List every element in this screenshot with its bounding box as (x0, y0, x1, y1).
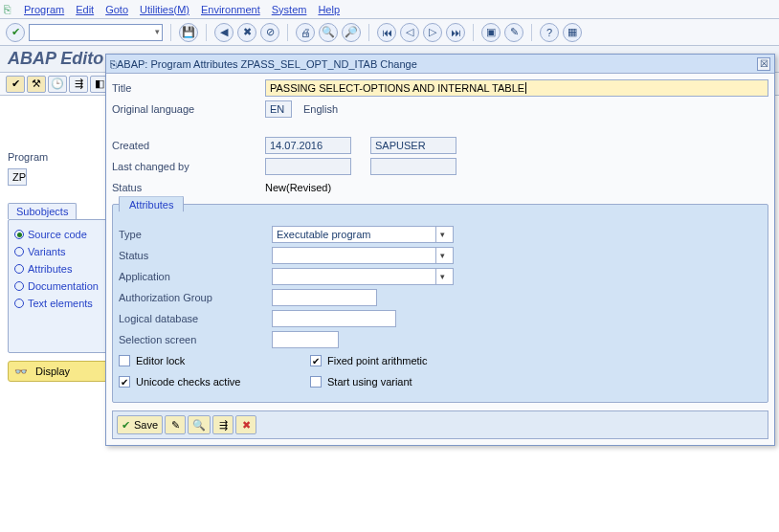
back-icon[interactable]: ◀ (214, 23, 234, 42)
lastchg-label: Last changed by (112, 161, 265, 172)
auth-input[interactable] (272, 289, 377, 306)
save-button[interactable]: ✔ Save (117, 415, 163, 434)
print-icon[interactable]: 🖨 (296, 23, 315, 42)
checkbox-checked-icon: ✔ (119, 376, 130, 388)
lastchg-date (265, 158, 351, 175)
radio-label: Attributes (28, 263, 72, 275)
program-input[interactable]: ZP (8, 168, 27, 186)
radio-dot (14, 299, 24, 308)
orig-lang-label: Original language (112, 103, 265, 115)
application-label: Application (119, 271, 272, 282)
display-button-label: Display (35, 366, 70, 377)
next-page-icon[interactable]: ▷ (423, 23, 442, 42)
enter-button[interactable]: ✔ (6, 23, 25, 42)
application-select[interactable]: ▾ (272, 268, 454, 285)
radio-source-code[interactable]: Source code (14, 226, 102, 243)
dialog-button-bar: ✔ Save ✎ 🔍 ⇶ ✖ (112, 410, 768, 439)
fixedpoint-checkbox[interactable]: ✔ Fixed point arithmetic (310, 355, 428, 366)
menu-edit[interactable]: Edit (76, 4, 94, 15)
attributes-group-tab: Attributes (119, 196, 184, 212)
ldb-input[interactable] (272, 310, 396, 327)
status2-label: Status (119, 250, 272, 261)
radio-label: Source code (28, 229, 87, 240)
prev-page-icon[interactable]: ◁ (400, 23, 419, 42)
nav-icon[interactable]: ⇶ (69, 76, 88, 93)
layout-icon[interactable]: ▦ (563, 23, 582, 42)
radio-dot (14, 247, 24, 256)
editorlock-checkbox[interactable]: Editor lock (119, 355, 310, 366)
fixedpoint-label: Fixed point arithmetic (327, 355, 428, 366)
exit-icon[interactable]: ✖ (237, 23, 256, 42)
cancel-button[interactable]: ✖ (235, 415, 256, 434)
last-page-icon[interactable]: ⏭ (446, 23, 465, 42)
tool-icon[interactable]: ⚒ (27, 76, 46, 93)
variant-button[interactable]: ⇶ (212, 415, 234, 434)
pencil-icon: ✎ (171, 419, 180, 432)
dialog-title: ABAP: Program Attributes ZPASS_SEL_OPT_N… (117, 58, 417, 70)
menu-goto[interactable]: Goto (105, 4, 128, 15)
checkbox-empty-icon (119, 355, 130, 366)
type-label: Type (119, 229, 272, 240)
menu-program[interactable]: Program (24, 4, 64, 15)
edit-button[interactable]: ✎ (165, 415, 186, 434)
unicode-label: Unicode checks active (136, 376, 240, 388)
attributes-group: Attributes Type Executable program ▾ Sta… (112, 204, 768, 403)
chevron-down-icon: ▾ (435, 248, 449, 263)
orig-lang-code: EN (265, 100, 292, 118)
display-button[interactable]: 👓 Display (8, 361, 109, 382)
separator (206, 24, 207, 41)
lastchg-by (370, 158, 456, 175)
title-input[interactable]: PASSING SELECT-OPTIONS AND INTERNAL TABL… (265, 79, 768, 97)
unicode-checkbox[interactable]: ✔ Unicode checks active (119, 376, 310, 388)
cancel-icon[interactable]: ⊘ (260, 23, 279, 42)
separator (473, 24, 474, 41)
startvar-checkbox[interactable]: Start using variant (310, 376, 412, 388)
orig-lang-name: English (292, 103, 338, 115)
find-button[interactable]: 🔍 (188, 415, 211, 434)
radio-attributes[interactable]: Attributes (14, 260, 102, 277)
find-icon[interactable]: 🔍 (319, 23, 338, 42)
clock-icon[interactable]: 🕒 (48, 76, 67, 93)
radio-variants[interactable]: Variants (14, 243, 102, 260)
menu-help[interactable]: Help (318, 4, 340, 15)
program-attributes-dialog: ⎘ ABAP: Program Attributes ZPASS_SEL_OPT… (105, 54, 775, 446)
radio-dot (14, 264, 24, 274)
command-field[interactable]: ▾ (29, 24, 163, 41)
selscr-input[interactable] (272, 331, 339, 348)
created-by: SAPUSER (370, 137, 456, 154)
new-session-icon[interactable]: ▣ (481, 23, 501, 42)
status-select[interactable]: ▾ (272, 247, 454, 264)
separator (531, 24, 532, 41)
menu-bar: ⎘ Program Edit Goto Utilities(M) Environ… (0, 0, 779, 19)
save-icon[interactable]: 💾 (179, 23, 198, 42)
magnifier-icon: 🔍 (192, 419, 206, 432)
chevron-down-icon: ▾ (435, 269, 449, 284)
radio-text-elements[interactable]: Text elements (14, 295, 102, 312)
help-icon[interactable]: ? (540, 23, 559, 42)
checkbox-empty-icon (310, 376, 322, 388)
save-button-label: Save (134, 419, 158, 431)
startvar-label: Start using variant (327, 376, 412, 388)
close-icon: ✖ (242, 419, 251, 432)
menu-environment[interactable]: Environment (201, 4, 260, 15)
menu-system[interactable]: System (272, 4, 307, 15)
close-icon[interactable]: ☒ (757, 57, 770, 71)
separator (170, 24, 171, 41)
menu-utilities[interactable]: Utilities(M) (140, 4, 189, 15)
auth-label: Authorization Group (119, 292, 272, 303)
editorlock-label: Editor lock (136, 355, 185, 366)
radio-documentation[interactable]: Documentation (14, 277, 102, 295)
chevron-down-icon: ▾ (435, 227, 449, 242)
subobjects-tab: Subobjects (8, 203, 77, 219)
status-label: Status (112, 182, 265, 193)
check-icon[interactable]: ✔ (6, 76, 25, 93)
sap-window-icon: ⎘ (4, 3, 11, 16)
shortcut-icon[interactable]: ✎ (504, 23, 523, 42)
ldb-label: Logical database (119, 313, 272, 324)
standard-toolbar: ✔ ▾ 💾 ◀ ✖ ⊘ 🖨 🔍 🔎 ⏮ ◁ ▷ ⏭ ▣ ✎ ? ▦ (0, 19, 779, 46)
type-select[interactable]: Executable program ▾ (272, 226, 454, 243)
radio-dot (14, 230, 24, 239)
first-page-icon[interactable]: ⏮ (377, 23, 396, 42)
find-next-icon[interactable]: 🔎 (342, 23, 361, 42)
radio-dot (14, 281, 24, 291)
